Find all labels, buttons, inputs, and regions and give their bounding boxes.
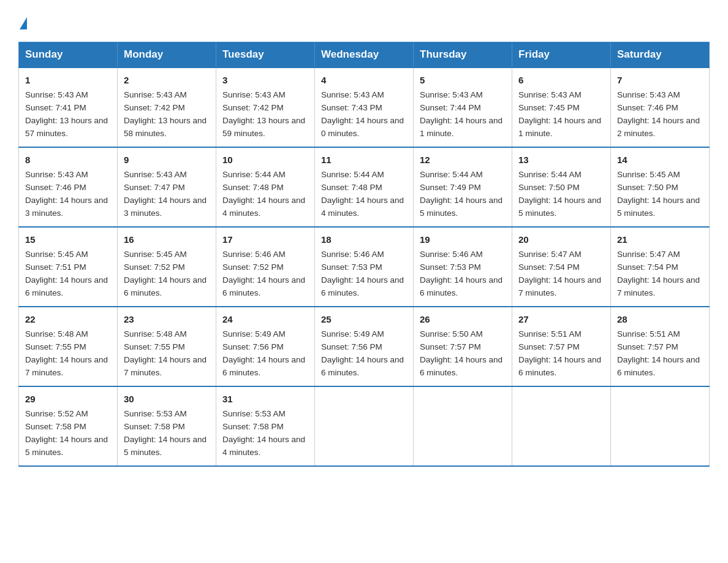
day-number: 16 xyxy=(124,232,210,247)
day-number: 11 xyxy=(321,153,407,167)
calendar-day-cell: 4Sunrise: 5:43 AMSunset: 7:43 PMDaylight… xyxy=(315,67,414,147)
col-header-wednesday: Wednesday xyxy=(315,42,414,68)
calendar-day-cell: 17Sunrise: 5:46 AMSunset: 7:52 PMDayligh… xyxy=(216,227,315,307)
day-info: Sunrise: 5:46 AMSunset: 7:53 PMDaylight:… xyxy=(321,250,404,297)
day-info: Sunrise: 5:44 AMSunset: 7:48 PMDaylight:… xyxy=(222,170,305,218)
calendar-day-cell: 9Sunrise: 5:43 AMSunset: 7:47 PMDaylight… xyxy=(118,147,216,227)
day-number: 21 xyxy=(617,232,703,247)
col-header-sunday: Sunday xyxy=(19,42,118,68)
col-header-monday: Monday xyxy=(118,42,216,68)
day-number: 22 xyxy=(25,312,111,326)
day-info: Sunrise: 5:43 AMSunset: 7:47 PMDaylight:… xyxy=(124,170,207,218)
calendar-day-cell: 13Sunrise: 5:44 AMSunset: 7:50 PMDayligh… xyxy=(512,147,611,227)
day-number: 3 xyxy=(222,73,308,87)
day-info: Sunrise: 5:47 AMSunset: 7:54 PMDaylight:… xyxy=(518,250,601,297)
col-header-friday: Friday xyxy=(512,42,611,68)
logo xyxy=(18,17,27,31)
day-number: 24 xyxy=(222,312,308,326)
calendar-week-row: 29Sunrise: 5:52 AMSunset: 7:58 PMDayligh… xyxy=(19,386,710,466)
day-number: 2 xyxy=(124,73,210,87)
calendar-day-cell: 16Sunrise: 5:45 AMSunset: 7:52 PMDayligh… xyxy=(118,227,216,307)
day-info: Sunrise: 5:43 AMSunset: 7:46 PMDaylight:… xyxy=(25,170,108,218)
day-number: 1 xyxy=(25,73,111,87)
logo-triangle-icon xyxy=(20,17,27,29)
col-header-thursday: Thursday xyxy=(414,42,512,68)
day-info: Sunrise: 5:53 AMSunset: 7:58 PMDaylight:… xyxy=(222,409,305,457)
day-number: 14 xyxy=(617,153,703,167)
day-info: Sunrise: 5:43 AMSunset: 7:45 PMDaylight:… xyxy=(518,90,601,138)
day-number: 31 xyxy=(222,392,308,406)
calendar-day-cell: 25Sunrise: 5:49 AMSunset: 7:56 PMDayligh… xyxy=(315,307,414,386)
day-info: Sunrise: 5:52 AMSunset: 7:58 PMDaylight:… xyxy=(25,409,108,457)
day-info: Sunrise: 5:44 AMSunset: 7:50 PMDaylight:… xyxy=(518,170,601,218)
day-info: Sunrise: 5:46 AMSunset: 7:53 PMDaylight:… xyxy=(420,250,502,297)
calendar-day-cell: 22Sunrise: 5:48 AMSunset: 7:55 PMDayligh… xyxy=(19,307,118,386)
calendar-day-cell: 6Sunrise: 5:43 AMSunset: 7:45 PMDaylight… xyxy=(512,67,611,147)
day-number: 5 xyxy=(420,73,506,87)
day-info: Sunrise: 5:46 AMSunset: 7:52 PMDaylight:… xyxy=(222,250,305,297)
calendar-day-cell: 27Sunrise: 5:51 AMSunset: 7:57 PMDayligh… xyxy=(512,307,611,386)
calendar-day-cell: 30Sunrise: 5:53 AMSunset: 7:58 PMDayligh… xyxy=(118,386,216,466)
calendar-table: SundayMondayTuesdayWednesdayThursdayFrid… xyxy=(18,42,710,467)
day-info: Sunrise: 5:50 AMSunset: 7:57 PMDaylight:… xyxy=(420,329,502,377)
day-number: 12 xyxy=(420,153,506,167)
day-info: Sunrise: 5:48 AMSunset: 7:55 PMDaylight:… xyxy=(124,329,207,377)
calendar-day-cell: 14Sunrise: 5:45 AMSunset: 7:50 PMDayligh… xyxy=(611,147,710,227)
day-info: Sunrise: 5:53 AMSunset: 7:58 PMDaylight:… xyxy=(124,409,207,457)
calendar-day-cell: 21Sunrise: 5:47 AMSunset: 7:54 PMDayligh… xyxy=(611,227,710,307)
calendar-empty-cell xyxy=(315,386,414,466)
day-number: 27 xyxy=(518,312,604,326)
page-header xyxy=(18,12,710,31)
day-number: 13 xyxy=(518,153,604,167)
day-info: Sunrise: 5:45 AMSunset: 7:52 PMDaylight:… xyxy=(124,250,207,297)
day-number: 29 xyxy=(25,392,111,406)
day-number: 18 xyxy=(321,232,407,247)
calendar-day-cell: 11Sunrise: 5:44 AMSunset: 7:48 PMDayligh… xyxy=(315,147,414,227)
day-info: Sunrise: 5:43 AMSunset: 7:46 PMDaylight:… xyxy=(617,90,700,138)
day-info: Sunrise: 5:45 AMSunset: 7:50 PMDaylight:… xyxy=(617,170,700,218)
calendar-day-cell: 5Sunrise: 5:43 AMSunset: 7:44 PMDaylight… xyxy=(414,67,512,147)
day-number: 23 xyxy=(124,312,210,326)
calendar-day-cell: 3Sunrise: 5:43 AMSunset: 7:42 PMDaylight… xyxy=(216,67,315,147)
calendar-empty-cell xyxy=(512,386,611,466)
day-info: Sunrise: 5:43 AMSunset: 7:42 PMDaylight:… xyxy=(222,90,305,138)
day-number: 4 xyxy=(321,73,407,87)
calendar-day-cell: 28Sunrise: 5:51 AMSunset: 7:57 PMDayligh… xyxy=(611,307,710,386)
calendar-empty-cell xyxy=(611,386,710,466)
calendar-day-cell: 10Sunrise: 5:44 AMSunset: 7:48 PMDayligh… xyxy=(216,147,315,227)
day-number: 25 xyxy=(321,312,407,326)
day-info: Sunrise: 5:44 AMSunset: 7:49 PMDaylight:… xyxy=(420,170,502,218)
calendar-day-cell: 12Sunrise: 5:44 AMSunset: 7:49 PMDayligh… xyxy=(414,147,512,227)
day-info: Sunrise: 5:43 AMSunset: 7:41 PMDaylight:… xyxy=(25,90,108,138)
calendar-week-row: 15Sunrise: 5:45 AMSunset: 7:51 PMDayligh… xyxy=(19,227,710,307)
day-info: Sunrise: 5:51 AMSunset: 7:57 PMDaylight:… xyxy=(518,329,601,377)
calendar-day-cell: 18Sunrise: 5:46 AMSunset: 7:53 PMDayligh… xyxy=(315,227,414,307)
day-number: 30 xyxy=(124,392,210,406)
calendar-week-row: 1Sunrise: 5:43 AMSunset: 7:41 PMDaylight… xyxy=(19,67,710,147)
day-number: 19 xyxy=(420,232,506,247)
calendar-day-cell: 29Sunrise: 5:52 AMSunset: 7:58 PMDayligh… xyxy=(19,386,118,466)
calendar-day-cell: 20Sunrise: 5:47 AMSunset: 7:54 PMDayligh… xyxy=(512,227,611,307)
day-number: 7 xyxy=(617,73,703,87)
day-number: 15 xyxy=(25,232,111,247)
day-info: Sunrise: 5:43 AMSunset: 7:44 PMDaylight:… xyxy=(420,90,502,138)
day-info: Sunrise: 5:47 AMSunset: 7:54 PMDaylight:… xyxy=(617,250,700,297)
calendar-empty-cell xyxy=(414,386,512,466)
day-number: 10 xyxy=(222,153,308,167)
calendar-day-cell: 26Sunrise: 5:50 AMSunset: 7:57 PMDayligh… xyxy=(414,307,512,386)
calendar-day-cell: 24Sunrise: 5:49 AMSunset: 7:56 PMDayligh… xyxy=(216,307,315,386)
calendar-day-cell: 7Sunrise: 5:43 AMSunset: 7:46 PMDaylight… xyxy=(611,67,710,147)
calendar-day-cell: 31Sunrise: 5:53 AMSunset: 7:58 PMDayligh… xyxy=(216,386,315,466)
day-info: Sunrise: 5:49 AMSunset: 7:56 PMDaylight:… xyxy=(321,329,404,377)
day-number: 20 xyxy=(518,232,604,247)
calendar-week-row: 22Sunrise: 5:48 AMSunset: 7:55 PMDayligh… xyxy=(19,307,710,386)
col-header-tuesday: Tuesday xyxy=(216,42,315,68)
day-info: Sunrise: 5:44 AMSunset: 7:48 PMDaylight:… xyxy=(321,170,404,218)
day-info: Sunrise: 5:43 AMSunset: 7:42 PMDaylight:… xyxy=(124,90,207,138)
day-number: 17 xyxy=(222,232,308,247)
day-number: 8 xyxy=(25,153,111,167)
calendar-day-cell: 1Sunrise: 5:43 AMSunset: 7:41 PMDaylight… xyxy=(19,67,118,147)
calendar-day-cell: 23Sunrise: 5:48 AMSunset: 7:55 PMDayligh… xyxy=(118,307,216,386)
day-number: 26 xyxy=(420,312,506,326)
calendar-week-row: 8Sunrise: 5:43 AMSunset: 7:46 PMDaylight… xyxy=(19,147,710,227)
